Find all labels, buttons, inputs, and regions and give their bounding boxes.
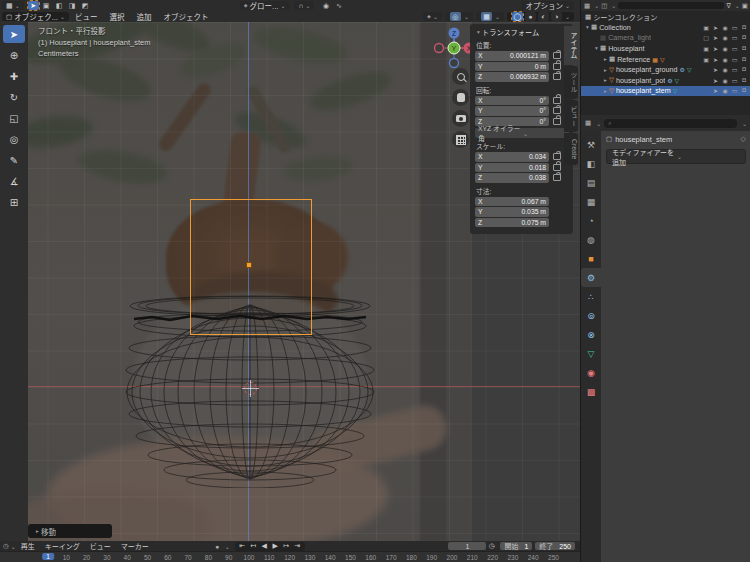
frame-number[interactable]: 250: [548, 554, 559, 561]
properties-tab[interactable]: ⊚: [581, 306, 601, 325]
outliner-row[interactable]: ▾ ▦ Houseplant ▣ ➤ ◉ ▭ ◘: [581, 43, 750, 54]
properties-tab[interactable]: ◔: [581, 211, 601, 230]
frame-number[interactable]: 90: [225, 554, 232, 561]
ortho-toggle-button[interactable]: [452, 131, 469, 148]
number-field[interactable]: X0.034: [475, 152, 549, 162]
outliner-row[interactable]: ▸ ▦ Reference ▦ ▽ ▣ ➤ ◉ ▭ ◘: [581, 54, 750, 65]
selectable-icon[interactable]: ➤: [712, 77, 720, 84]
properties-tab[interactable]: ◍: [581, 230, 601, 249]
frame-number[interactable]: 80: [205, 554, 212, 561]
frame-number[interactable]: 110: [264, 554, 274, 561]
playback-button[interactable]: ↦: [281, 542, 292, 550]
number-field[interactable]: Y0.035 m: [475, 207, 549, 217]
frame-number[interactable]: 100: [244, 554, 255, 561]
stopwatch-icon[interactable]: ◷: [486, 542, 497, 550]
proportional-editing-icon[interactable]: ◉: [320, 1, 331, 10]
hide-eye-icon[interactable]: ◉: [721, 56, 729, 63]
frame-number[interactable]: 50: [144, 554, 151, 561]
lock-icon[interactable]: [553, 174, 561, 181]
add-modifier-button[interactable]: モディファイアーを追加 ⌄: [606, 149, 746, 164]
properties-tab[interactable]: ▤: [581, 173, 601, 192]
selectable-icon[interactable]: ➤: [712, 34, 720, 41]
frame-number[interactable]: 130: [304, 554, 315, 561]
frame-number[interactable]: 150: [345, 554, 356, 561]
toolbar-tool-button[interactable]: ✎: [3, 151, 25, 169]
frame-number[interactable]: 210: [467, 554, 478, 561]
number-field[interactable]: X0.000121 m: [475, 51, 549, 61]
render-disable-icon[interactable]: ◘: [740, 56, 748, 63]
outliner-row[interactable]: ▦ Camera_light ▢ ➤ ◉ ▭ ◘: [581, 33, 750, 44]
transform-panel-header[interactable]: ▾ トランスフォーム: [475, 27, 569, 37]
expand-arrow-icon[interactable]: ▸: [602, 56, 609, 62]
properties-tab[interactable]: ∴: [581, 287, 601, 306]
timeline-menu-item[interactable]: 再生: [21, 541, 35, 551]
exclude-checkbox-icon[interactable]: [702, 87, 710, 94]
timeline-menu-item[interactable]: ビュー: [90, 541, 111, 551]
timeline-ruler[interactable]: 1102030405060708090100110120130140150160…: [0, 551, 580, 562]
frame-number[interactable]: 20: [83, 554, 90, 561]
hide-eye-icon[interactable]: ◉: [721, 45, 729, 52]
lock-icon[interactable]: [553, 73, 561, 80]
transform-orientation-dropdown[interactable]: ⌖ グロー... ⌄: [240, 1, 290, 10]
frame-number[interactable]: 180: [406, 554, 417, 561]
render-disable-icon[interactable]: ◘: [740, 66, 748, 73]
render-disable-icon[interactable]: ◘: [740, 34, 748, 41]
frame-number[interactable]: 140: [325, 554, 336, 561]
pan-button[interactable]: [452, 89, 469, 106]
viewport-menu-item[interactable]: オブジェクト: [163, 11, 208, 22]
toolbar-tool-button[interactable]: ⊕: [3, 46, 25, 64]
render-disable-icon[interactable]: ◘: [740, 77, 748, 84]
frame-number[interactable]: 170: [386, 554, 397, 561]
frame-number[interactable]: 230: [507, 554, 518, 561]
viewport-menu-item[interactable]: 選択: [109, 11, 124, 22]
expand-arrow-icon[interactable]: ▾: [593, 45, 600, 51]
expand-arrow-icon[interactable]: ▸: [602, 67, 609, 73]
outliner-row[interactable]: ▸ ▽ houseplant_stem ▽ ➤ ◉ ▭ ◘: [581, 86, 750, 97]
timeline-menu-item[interactable]: マーカー: [121, 541, 149, 551]
frame-number[interactable]: 60: [164, 554, 171, 561]
viewport-menu-item[interactable]: 追加: [136, 11, 151, 22]
mode-dropdown[interactable]: ▢ オブジェク... ⌄: [2, 12, 69, 21]
zoom-button[interactable]: [452, 68, 469, 85]
outliner-row[interactable]: ▸ ▽ houseplant_pot ⚙ ▽ ➤ ◉ ▭ ◘: [581, 75, 750, 86]
sidebar-tab[interactable]: ビュー: [564, 100, 578, 132]
outliner-row[interactable]: ▸ ▽ houseplant_ground ⚙ ▽ ➤ ◉ ▭ ◘: [581, 64, 750, 75]
expand-arrow-icon[interactable]: ▸: [602, 77, 609, 83]
show-gizmos-dropdown[interactable]: ⌖ ⌄: [423, 12, 442, 21]
viewport-disable-icon[interactable]: ▭: [731, 56, 739, 63]
render-disable-icon[interactable]: ◘: [740, 24, 748, 31]
properties-tab[interactable]: ▽: [581, 344, 601, 363]
lock-icon[interactable]: [553, 153, 561, 160]
properties-tab[interactable]: ⚒: [581, 135, 601, 154]
playback-button[interactable]: ↤: [248, 542, 259, 550]
properties-tab[interactable]: ▦: [581, 192, 601, 211]
expand-arrow-icon[interactable]: ▸: [602, 88, 609, 94]
properties-tab[interactable]: ◉: [581, 363, 601, 382]
selectable-icon[interactable]: ➤: [712, 45, 720, 52]
hide-eye-icon[interactable]: ◉: [721, 24, 729, 31]
playback-button[interactable]: ⇤: [237, 542, 248, 550]
exclude-checkbox-icon[interactable]: ▣: [702, 24, 710, 31]
select-mode-icon[interactable]: ◩: [80, 1, 91, 10]
viewport-menu-item[interactable]: ビュー: [75, 11, 98, 22]
lock-icon[interactable]: [553, 97, 561, 104]
hide-eye-icon[interactable]: ◉: [721, 66, 729, 73]
frame-number[interactable]: 30: [103, 554, 110, 561]
frame-number[interactable]: 220: [487, 554, 498, 561]
properties-tab[interactable]: ■: [581, 249, 601, 268]
select-mode-icon[interactable]: ◨: [67, 1, 78, 10]
outliner-row[interactable]: ▾ ▦ Collection ▣ ➤ ◉ ▭ ◘: [581, 22, 750, 33]
toolbar-tool-button[interactable]: ∡: [3, 172, 25, 190]
frame-number[interactable]: 1: [42, 553, 54, 560]
number-field[interactable]: Z0.066932 m: [475, 72, 549, 82]
viewport-disable-icon[interactable]: ▭: [731, 77, 739, 84]
frame-number[interactable]: 40: [124, 554, 131, 561]
xray-toggle[interactable]: ▦ ⌄: [476, 12, 504, 21]
viewport-disable-icon[interactable]: ▭: [731, 45, 739, 52]
frame-number[interactable]: 160: [365, 554, 376, 561]
hide-eye-icon[interactable]: ◉: [721, 87, 729, 94]
frame-number[interactable]: 240: [528, 554, 539, 561]
expand-arrow-icon[interactable]: ▾: [584, 24, 591, 30]
viewport-disable-icon[interactable]: ▭: [731, 24, 739, 31]
toolbar-tool-button[interactable]: ⊞: [3, 193, 25, 211]
